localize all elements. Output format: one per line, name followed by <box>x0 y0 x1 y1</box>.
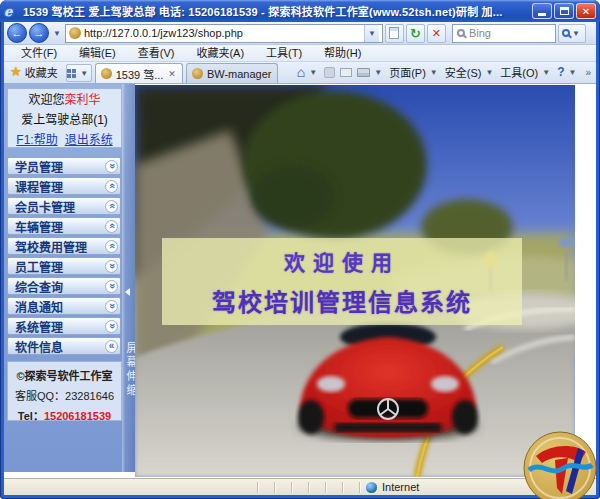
sidebar-item-label: 学员管理 <box>15 158 105 175</box>
support-tel: Tel：15206181539 <box>8 407 121 423</box>
main-photo: 欢迎使用 驾校培训管理信息系统 <box>135 85 575 477</box>
forward-button[interactable]: → <box>29 23 49 43</box>
page-dropdown-icon: ▼ <box>428 68 440 77</box>
overlay-title: 欢迎使用 <box>284 246 400 276</box>
sidebar-item-label: 员工管理 <box>15 258 105 275</box>
maximize-icon <box>560 7 569 15</box>
help-link[interactable]: F1:帮助 <box>16 130 57 147</box>
minimize-button[interactable] <box>532 3 552 19</box>
sidebar-item-label: 驾校费用管理 <box>15 238 105 255</box>
help-dropdown-icon: ▼ <box>567 68 579 77</box>
read-mail-icon[interactable] <box>340 68 352 77</box>
refresh-button[interactable]: ↻ <box>406 24 425 43</box>
username: 栾利华 <box>65 93 101 107</box>
logout-link[interactable]: 退出系统 <box>65 130 113 147</box>
search-button[interactable]: ▼ <box>558 24 586 43</box>
tab-close-icon[interactable]: ✕ <box>167 69 177 79</box>
sidebar-item-label: 系统管理 <box>15 318 105 335</box>
safety-menu-button[interactable]: 安全(S)▼ <box>445 64 496 80</box>
sidebar-item-school-fee-management[interactable]: 驾校费用管理« <box>7 237 121 255</box>
tab-label: BW-manager <box>207 68 272 80</box>
sidebar-item-label: 软件信息 <box>15 338 105 355</box>
minimize-icon <box>538 13 546 16</box>
sidebar-item-message-notification[interactable]: 消息通知» <box>7 297 121 315</box>
chevron-up-icon[interactable]: « <box>105 220 118 233</box>
tools-dropdown-icon: ▼ <box>540 68 552 77</box>
back-button[interactable]: ← <box>7 23 27 43</box>
command-bar: ⌂▼ ▼ 页面(P)▼ 安全(S)▼ 工具(O)▼ ?▼ » <box>297 61 593 83</box>
sidebar-item-label: 会员卡管理 <box>15 198 105 215</box>
site-favicon <box>69 27 81 39</box>
chevron-down-icon[interactable]: » <box>105 300 118 313</box>
chevron-down-icon[interactable]: » <box>105 260 118 273</box>
address-dropdown-icon[interactable]: ▼ <box>364 25 379 42</box>
favorites-button[interactable]: 收藏夹 <box>25 63 58 83</box>
maximize-button[interactable] <box>554 3 574 19</box>
page-menu-button[interactable]: 页面(P)▼ <box>389 64 440 80</box>
quick-tabs-button[interactable]: ▼ <box>66 64 92 82</box>
close-button[interactable]: ✕ <box>576 3 596 19</box>
welcome-overlay: 欢迎使用 驾校培训管理信息系统 <box>162 238 522 325</box>
sidebar-item-course-management[interactable]: 课程管理« <box>7 177 121 195</box>
tab-driving-school[interactable]: 1539 驾... ✕ <box>95 63 183 83</box>
feeds-icon[interactable] <box>324 67 335 78</box>
chevron-left-icon[interactable]: « <box>105 340 118 353</box>
toolbar-overflow-icon[interactable]: » <box>585 67 591 78</box>
browser-window: e 1539 驾校王 爱上驾驶总部 电话: 15206181539 - 探索科技… <box>0 0 600 499</box>
chevron-down-icon[interactable]: » <box>105 160 118 173</box>
ie-icon: e <box>4 4 19 19</box>
menu-tools[interactable]: 工具(T) <box>255 45 313 61</box>
quick-tabs-dropdown-icon: ▼ <box>78 69 90 78</box>
tab-favicon <box>101 68 112 79</box>
menu-file[interactable]: 文件(F) <box>10 45 68 61</box>
tansuo-logo-badge <box>522 430 598 499</box>
safety-dropdown-icon: ▼ <box>483 68 495 77</box>
print-dropdown-icon: ▼ <box>372 68 384 77</box>
sidebar-item-label: 综合查询 <box>15 278 105 295</box>
stop-button[interactable]: ✕ <box>427 24 446 43</box>
printer-icon <box>357 68 370 77</box>
menu-favorites[interactable]: 收藏夹(A) <box>185 45 255 61</box>
sidebar-item-software-info[interactable]: 软件信息« <box>7 337 121 355</box>
sidebar-item-staff-management[interactable]: 员工管理» <box>7 257 121 275</box>
internet-zone-icon <box>366 482 377 493</box>
search-input[interactable]: Bing <box>452 24 556 43</box>
url-text[interactable]: http://127.0.0.1/jzw123/shop.php <box>84 27 361 39</box>
software-info-panel: ©探索号软件工作室 客服QQ：23281646 Tel：15206181539 <box>7 361 122 421</box>
tel-number: 15206181539 <box>44 410 111 422</box>
help-icon: ? <box>557 65 564 79</box>
favorites-star-icon[interactable]: ★ <box>10 62 22 82</box>
sidebar-item-comprehensive-query[interactable]: 综合查询» <box>7 277 121 295</box>
menu-view[interactable]: 查看(V) <box>127 45 186 61</box>
page-content: 欢迎您栾利华 爱上驾驶总部(1) F1:帮助 退出系统 学员管理» 课程管理« … <box>4 84 596 478</box>
title-bar[interactable]: e 1539 驾校王 爱上驾驶总部 电话: 15206181539 - 探索科技… <box>0 0 600 22</box>
compatibility-view-button[interactable] <box>385 24 404 43</box>
home-dropdown-icon: ▼ <box>307 68 319 77</box>
address-bar[interactable]: http://127.0.0.1/jzw123/shop.php ▼ <box>65 24 383 43</box>
menu-help[interactable]: 帮助(H) <box>313 45 372 61</box>
tab-bw-manager[interactable]: BW-manager <box>186 63 278 83</box>
chevron-up-icon[interactable]: « <box>105 200 118 213</box>
tools-menu-button[interactable]: 工具(O)▼ <box>500 64 552 80</box>
home-button[interactable]: ⌂▼ <box>297 65 319 79</box>
search-icon <box>457 29 465 37</box>
chevron-up-icon[interactable]: « <box>105 180 118 193</box>
sidebar-item-system-management[interactable]: 系统管理» <box>7 317 121 335</box>
chevron-down-icon[interactable]: » <box>105 280 118 293</box>
internet-zone-label: Internet <box>382 481 419 493</box>
home-icon: ⌂ <box>297 65 305 79</box>
collapse-arrow-icon[interactable] <box>125 288 130 296</box>
sidebar-item-membership-card-management[interactable]: 会员卡管理« <box>7 197 121 215</box>
compatibility-view-icon <box>389 27 399 39</box>
menu-edit[interactable]: 编辑(E) <box>68 45 127 61</box>
chevron-down-icon[interactable]: » <box>105 320 118 333</box>
sidebar-splitter[interactable]: 屏幕伸缩 <box>122 84 135 472</box>
sidebar-item-student-management[interactable]: 学员管理» <box>7 157 121 175</box>
chevron-up-icon[interactable]: « <box>105 240 118 253</box>
welcome-panel: 欢迎您栾利华 爱上驾驶总部(1) F1:帮助 退出系统 <box>7 88 122 148</box>
print-button[interactable]: ▼ <box>357 68 384 77</box>
history-dropdown-icon[interactable]: ▼ <box>51 29 63 38</box>
sidebar-item-label: 课程管理 <box>15 178 105 195</box>
help-button[interactable]: ?▼ <box>557 65 578 79</box>
sidebar-item-vehicle-management[interactable]: 车辆管理« <box>7 217 121 235</box>
